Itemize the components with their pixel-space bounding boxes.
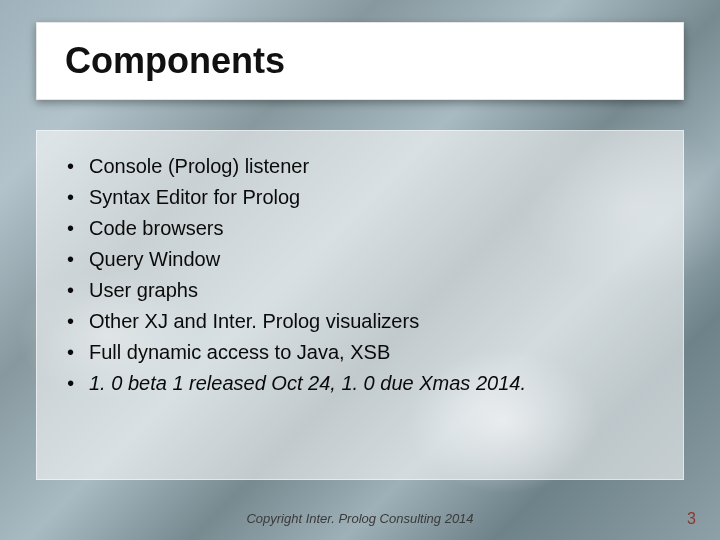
list-item: Code browsers	[61, 213, 659, 244]
list-item: Console (Prolog) listener	[61, 151, 659, 182]
list-item: Syntax Editor for Prolog	[61, 182, 659, 213]
slide: Components Console (Prolog) listener Syn…	[0, 0, 720, 540]
slide-title: Components	[65, 40, 285, 82]
list-item: Other XJ and Inter. Prolog visualizers	[61, 306, 659, 337]
bullet-text: Code browsers	[89, 217, 224, 239]
bullet-text: Other XJ and Inter. Prolog visualizers	[89, 310, 419, 332]
bullet-list: Console (Prolog) listener Syntax Editor …	[61, 151, 659, 399]
bullet-text: Query Window	[89, 248, 220, 270]
bullet-text: Syntax Editor for Prolog	[89, 186, 300, 208]
list-item: Query Window	[61, 244, 659, 275]
bullet-text: Console (Prolog) listener	[89, 155, 309, 177]
bullet-text: User graphs	[89, 279, 198, 301]
list-item: User graphs	[61, 275, 659, 306]
bullet-text: 1. 0 beta 1 released Oct 24, 1. 0 due Xm…	[89, 372, 526, 394]
content-box: Console (Prolog) listener Syntax Editor …	[36, 130, 684, 480]
title-bar: Components	[36, 22, 684, 100]
footer-copyright: Copyright Inter. Prolog Consulting 2014	[0, 511, 720, 526]
list-item: 1. 0 beta 1 released Oct 24, 1. 0 due Xm…	[61, 368, 659, 399]
list-item: Full dynamic access to Java, XSB	[61, 337, 659, 368]
bullet-text: Full dynamic access to Java, XSB	[89, 341, 390, 363]
page-number: 3	[687, 510, 696, 528]
